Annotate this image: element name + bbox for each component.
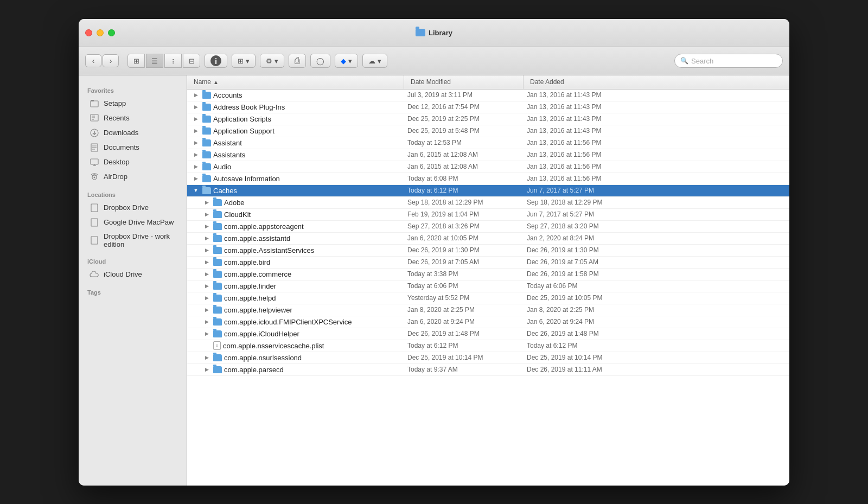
list-view-button[interactable]: ☰ [146,54,163,68]
table-row[interactable]: ▶com.apple.helpviewerJan 8, 2020 at 2:25… [187,304,789,316]
date-modified-cell: Today at 9:37 AM [404,364,524,375]
table-row[interactable]: ▶com.apple.icloud.FMIPClientXPCServiceJa… [187,316,789,328]
disclosure-button[interactable]: ▶ [192,150,200,159]
date-modified-value: Today at 9:37 AM [407,366,458,373]
disclosure-button[interactable]: ▶ [202,210,211,219]
sidebar-item-downloads[interactable]: Downloads [81,126,184,140]
disclosure-button[interactable]: ▶ [202,294,211,302]
date-modified-value: Sep 27, 2018 at 3:26 PM [407,222,480,230]
sidebar-item-documents[interactable]: Documents [81,141,184,155]
close-button[interactable] [85,29,92,36]
disclosure-button[interactable]: ▶ [202,198,211,207]
date-added-cell: Jan 2, 2020 at 8:24 PM [524,233,789,244]
search-box[interactable]: 🔍 Search [674,54,783,68]
date-modified-cell: Dec 26, 2019 at 1:48 PM [404,328,524,340]
date-added-value: Jan 13, 2016 at 11:43 PM [527,115,601,123]
disclosure-button[interactable]: ▶ [202,282,211,290]
table-row[interactable]: ▶com.apple.finderToday at 6:06 PMToday a… [187,280,789,292]
sidebar-item-dropbox-work[interactable]: Dropbox Drive - work edition [81,230,184,251]
sidebar-item-setapp[interactable]: Setapp [81,97,184,111]
table-row[interactable]: ▶com.apple.parsecdToday at 9:37 AMDec 26… [187,364,789,376]
sidebar-item-airdrop[interactable]: AirDrop [81,170,184,184]
table-row[interactable]: ▶com.apple.appstoreagentSep 27, 2018 at … [187,221,789,233]
gallery-view-button[interactable]: ⊟ [183,54,200,68]
tag-button[interactable]: ◯ [310,54,330,68]
info-button[interactable]: i [205,54,227,68]
date-added-value: Jan 13, 2016 at 11:43 PM [527,127,601,135]
disclosure-button[interactable]: ▶ [192,162,200,171]
action-button[interactable]: ⚙ ▾ [260,54,284,68]
folder-icon [213,199,222,206]
table-row[interactable]: ▶com.apple.nsurlsessiondDec 25, 2019 at … [187,352,789,364]
sidebar-item-dropbox-drive[interactable]: Dropbox Drive [81,201,184,215]
arrange-button[interactable]: ⊞ ▾ [232,54,256,68]
table-row[interactable]: ▶Address Book Plug-InsDec 12, 2016 at 7:… [187,101,789,113]
disclosure-button[interactable]: ▶ [202,270,211,278]
disclosure-button[interactable]: ▶ [192,126,200,135]
maximize-button[interactable] [108,29,115,36]
table-row[interactable]: ▶com.apple.AssistantServicesDec 26, 2019… [187,245,789,257]
sidebar-item-google-drive[interactable]: Google Drive MacPaw [81,215,184,229]
disclosure-button[interactable]: ▶ [202,246,211,254]
column-headers: Name ▲ Date Modified Date Added [187,75,789,90]
column-view-button[interactable]: ⫶ [164,54,182,68]
share-button[interactable]: ⎙ [289,54,306,68]
dropbox-button[interactable]: ◆ ▾ [335,54,358,68]
disclosure-button[interactable]: ▶ [202,317,211,326]
disclosure-button[interactable]: ▶ [202,365,211,374]
table-row[interactable]: ▶AssistantsJan 6, 2015 at 12:08 AMJan 13… [187,149,789,161]
disclosure-button[interactable]: ▶ [192,91,200,99]
date-added-cell: Jan 13, 2016 at 11:56 PM [524,149,789,161]
disclosure-button[interactable]: ▶ [202,329,211,338]
disclosure-button[interactable]: ▶ [202,222,211,231]
table-row[interactable]: ≡com.apple.nsservicescache.plistToday at… [187,340,789,352]
forward-button[interactable]: › [103,54,119,67]
col-header-name[interactable]: Name ▲ [187,75,404,89]
table-row[interactable]: ▶AssistantToday at 12:53 PMJan 13, 2016 … [187,137,789,149]
date-added-value: Jun 7, 2017 at 5:27 PM [527,187,594,194]
disclosure-button[interactable]: ▶ [192,114,200,123]
col-header-date-modified[interactable]: Date Modified [404,75,524,89]
sidebar-item-desktop[interactable]: Desktop [81,155,184,169]
table-row[interactable]: ▶Application ScriptsDec 25, 2019 at 2:25… [187,113,789,125]
disclosure-button[interactable]: ▶ [202,353,211,362]
table-row[interactable]: ▶Autosave InformationToday at 6:08 PMJan… [187,173,789,185]
table-row[interactable]: ▶com.apple.assistantdJan 6, 2020 at 10:0… [187,233,789,245]
disclosure-button[interactable] [202,341,211,350]
disclosure-button[interactable]: ▶ [192,103,200,111]
table-row[interactable]: ▶AdobeSep 18, 2018 at 12:29 PMSep 18, 20… [187,197,789,209]
disclosure-button[interactable]: ▼ [192,186,200,195]
disclosure-button[interactable]: ▶ [202,258,211,266]
date-added-value: Jan 8, 2020 at 2:25 PM [527,306,594,314]
favorites-label: Favorites [79,85,187,96]
dropbox-chevron: ▾ [348,57,352,65]
table-row[interactable]: ▶AccountsJul 3, 2019 at 3:11 PMJan 13, 2… [187,90,789,101]
disclosure-button[interactable]: ▶ [192,174,200,183]
table-row[interactable]: ▶com.apple.commerceToday at 3:38 PMDec 2… [187,269,789,280]
table-row[interactable]: ▼CachesToday at 6:12 PMJun 7, 2017 at 5:… [187,185,789,197]
date-modified-value: Today at 6:12 PM [407,187,458,194]
toolbar: ‹ › ⊞ ☰ ⫶ ⊟ i ⊞ ▾ [79,47,789,75]
sidebar-item-icloud-drive[interactable]: iCloud Drive [81,267,184,282]
table-row[interactable]: ▶CloudKitFeb 19, 2019 at 1:04 PMJun 7, 2… [187,209,789,221]
minimize-button[interactable] [97,29,104,36]
table-row[interactable]: ▶AudioJan 6, 2015 at 12:08 AMJan 13, 201… [187,161,789,173]
table-row[interactable]: ▶com.apple.birdDec 26, 2019 at 7:05 AMDe… [187,257,789,269]
folder-icon [213,330,222,337]
table-row[interactable]: ▶com.apple.iCloudHelperDec 26, 2019 at 1… [187,328,789,340]
disclosure-button[interactable]: ▶ [192,138,200,147]
col-header-date-added[interactable]: Date Added [524,75,789,89]
date-modified-value: Today at 6:08 PM [407,175,458,182]
date-modified-value: Jul 3, 2019 at 3:11 PM [407,91,473,99]
disclosure-button[interactable]: ▶ [202,234,211,243]
icloud-drive-icon [90,270,99,279]
sidebar-item-recents[interactable]: Recents [81,111,184,125]
back-button[interactable]: ‹ [85,54,101,67]
disclosure-button[interactable]: ▶ [202,305,211,314]
icon-view-button[interactable]: ⊞ [127,54,145,68]
icloud-button[interactable]: ☁ ▾ [362,54,387,68]
table-row[interactable]: ▶com.apple.helpdYesterday at 5:52 PMDec … [187,292,789,304]
table-row[interactable]: ▶Application SupportDec 25, 2019 at 5:48… [187,125,789,137]
date-added-value: Today at 6:06 PM [527,282,577,290]
date-modified-value: Today at 6:06 PM [407,282,458,290]
